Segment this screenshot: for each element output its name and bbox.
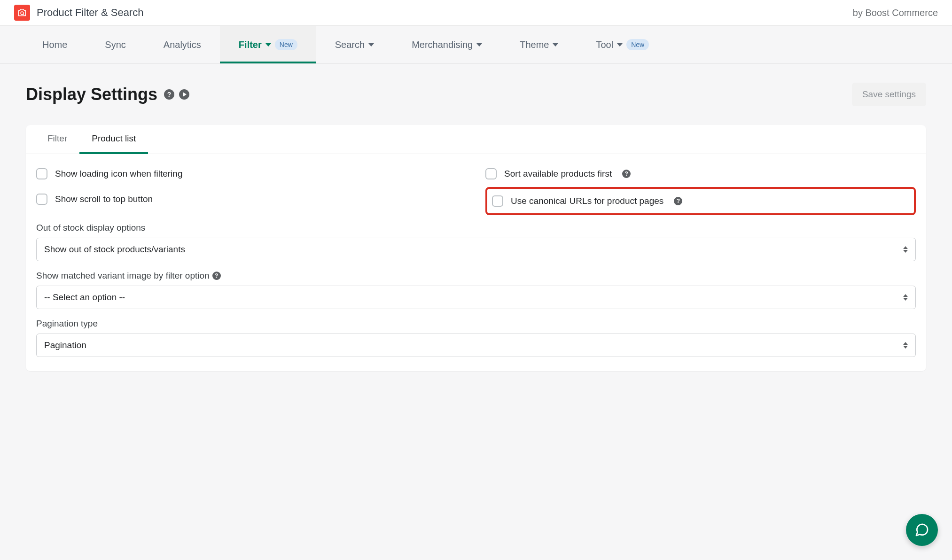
variant-label-text: Show matched variant image by filter opt… bbox=[36, 271, 210, 281]
chevron-down-icon bbox=[265, 43, 271, 47]
checkbox-scroll-top[interactable]: Show scroll to top button bbox=[36, 189, 467, 210]
settings-card: Filter Product list Show loading icon wh… bbox=[26, 125, 926, 371]
chevron-down-icon bbox=[553, 43, 558, 47]
pagination-label: Pagination type bbox=[36, 319, 916, 329]
checkbox-canonical[interactable]: Use canonical URLs for product pages ? bbox=[492, 195, 907, 207]
nav-theme-label: Theme bbox=[520, 39, 549, 50]
checkbox-icon bbox=[492, 195, 503, 207]
nav-filter-label: Filter bbox=[239, 39, 262, 50]
page-title: Display Settings bbox=[26, 85, 157, 104]
tab-product-list-label: Product list bbox=[92, 133, 136, 143]
help-icon[interactable]: ? bbox=[164, 89, 174, 100]
checkbox-show-loading[interactable]: Show loading icon when filtering bbox=[36, 163, 467, 184]
oos-select[interactable]: Show out of stock products/variants bbox=[36, 238, 916, 261]
variant-select-value: -- Select an option -- bbox=[44, 292, 125, 303]
checkbox-sort-available-label: Sort available products first bbox=[504, 169, 612, 179]
chevron-down-icon bbox=[617, 43, 623, 47]
app-title: Product Filter & Search bbox=[37, 7, 853, 19]
help-icon[interactable]: ? bbox=[212, 272, 221, 280]
nav-sync-label: Sync bbox=[105, 39, 125, 50]
tab-product-list[interactable]: Product list bbox=[79, 125, 148, 154]
tab-filter[interactable]: Filter bbox=[35, 125, 79, 154]
checkbox-icon bbox=[485, 168, 497, 179]
help-icon[interactable]: ? bbox=[674, 197, 682, 205]
badge-new: New bbox=[275, 39, 297, 50]
badge-new: New bbox=[626, 39, 649, 50]
app-author: by Boost Commerce bbox=[853, 8, 938, 18]
checkbox-sort-available[interactable]: Sort available products first ? bbox=[485, 163, 916, 184]
svg-point-0 bbox=[21, 12, 23, 15]
main-nav: Home Sync Analytics Filter New Search Me… bbox=[0, 26, 952, 64]
page-head: Display Settings ? Save settings bbox=[26, 83, 926, 106]
oos-label: Out of stock display options bbox=[36, 223, 916, 233]
card-body: Show loading icon when filtering Sort av… bbox=[26, 154, 926, 371]
oos-select-value: Show out of stock products/variants bbox=[44, 244, 185, 255]
nav-tool-label: Tool bbox=[596, 39, 613, 50]
checkbox-show-loading-label: Show loading icon when filtering bbox=[55, 169, 182, 179]
card-tabs: Filter Product list bbox=[26, 125, 926, 154]
checkbox-canonical-label: Use canonical URLs for product pages bbox=[511, 196, 663, 206]
nav-sync[interactable]: Sync bbox=[86, 26, 144, 63]
chevron-down-icon bbox=[368, 43, 374, 47]
app-logo bbox=[14, 5, 30, 21]
nav-search-label: Search bbox=[335, 39, 365, 50]
checkbox-scroll-top-label: Show scroll to top button bbox=[55, 194, 153, 204]
variant-label: Show matched variant image by filter opt… bbox=[36, 271, 916, 281]
save-settings-button[interactable]: Save settings bbox=[852, 83, 926, 106]
nav-merchandising-label: Merchandising bbox=[412, 39, 473, 50]
field-pagination: Pagination type Pagination bbox=[36, 319, 916, 357]
nav-search[interactable]: Search bbox=[316, 26, 393, 63]
select-caret-icon bbox=[903, 246, 908, 253]
camera-search-icon bbox=[17, 8, 27, 18]
help-icon[interactable]: ? bbox=[622, 170, 631, 178]
highlight-canonical: Use canonical URLs for product pages ? bbox=[485, 187, 916, 215]
pagination-select[interactable]: Pagination bbox=[36, 334, 916, 357]
nav-analytics[interactable]: Analytics bbox=[145, 26, 220, 63]
nav-filter[interactable]: Filter New bbox=[220, 26, 316, 63]
tab-filter-label: Filter bbox=[47, 133, 67, 143]
svg-line-1 bbox=[23, 14, 24, 15]
nav-merchandising[interactable]: Merchandising bbox=[393, 26, 501, 63]
variant-select[interactable]: -- Select an option -- bbox=[36, 286, 916, 309]
chevron-down-icon bbox=[476, 43, 482, 47]
pagination-select-value: Pagination bbox=[44, 340, 86, 350]
checkbox-icon bbox=[36, 194, 47, 205]
page-content: Display Settings ? Save settings Filter … bbox=[0, 64, 952, 390]
play-icon[interactable] bbox=[179, 89, 189, 100]
nav-home-label: Home bbox=[42, 39, 67, 50]
nav-tool[interactable]: Tool New bbox=[577, 26, 668, 63]
select-caret-icon bbox=[903, 342, 908, 349]
nav-analytics-label: Analytics bbox=[164, 39, 201, 50]
nav-theme[interactable]: Theme bbox=[501, 26, 577, 63]
app-header: Product Filter & Search by Boost Commerc… bbox=[0, 0, 952, 26]
checkbox-icon bbox=[36, 168, 47, 179]
nav-home[interactable]: Home bbox=[23, 26, 86, 63]
select-caret-icon bbox=[903, 294, 908, 301]
field-variant-image: Show matched variant image by filter opt… bbox=[36, 271, 916, 309]
field-out-of-stock: Out of stock display options Show out of… bbox=[36, 223, 916, 261]
